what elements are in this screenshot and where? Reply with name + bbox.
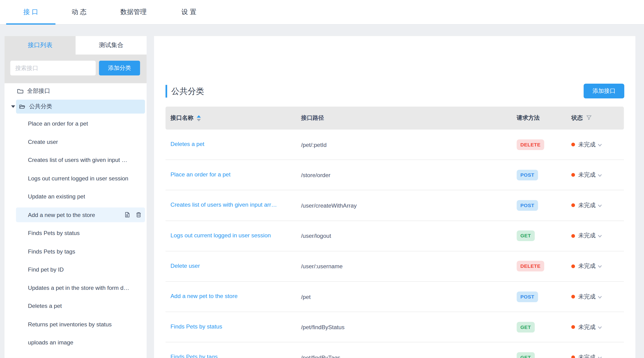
status-cell[interactable]: 未完成 [569, 263, 624, 270]
sidebar-item-label: Creates list of users with given input … [28, 157, 128, 163]
sidebar-item[interactable]: Finds Pets by tags [4, 242, 147, 260]
status-label: 未完成 [578, 202, 596, 209]
status-cell[interactable]: 未完成 [569, 232, 624, 240]
status-cell[interactable]: 未完成 [569, 171, 624, 179]
status-label: 未完成 [578, 293, 596, 300]
sidebar-item[interactable]: Deletes a pet [4, 297, 147, 315]
folder-open-icon [19, 103, 26, 110]
api-path: /pet [301, 293, 511, 300]
status-dot-icon [571, 204, 575, 207]
sort-desc-icon [197, 119, 201, 121]
table-row: Deletes a pet/pet/:petIdDELETE未完成 [166, 130, 624, 160]
api-name-link[interactable]: Add a new pet to the store [170, 293, 238, 299]
api-name-link[interactable]: Deletes a pet [170, 141, 204, 147]
sidebar-item[interactable]: Returns pet inventories by status [4, 315, 147, 333]
status-label: 未完成 [578, 323, 596, 331]
status-dot-icon [571, 325, 575, 329]
chevron-down-icon [598, 324, 602, 330]
chevron-down-icon [598, 263, 602, 269]
sidebar-item[interactable]: Creates list of users with given input … [4, 151, 147, 169]
api-name-link[interactable]: Delete user [170, 262, 200, 269]
add-category-button[interactable]: 添加分类 [99, 61, 140, 75]
api-path: /user/logout [301, 233, 511, 239]
app-root: 接 口动 态数据管理设 置 接口列表 测试集合 添加分类 全部接口 [0, 0, 644, 358]
table-body: Deletes a pet/pet/:petIdDELETE未完成Place a… [166, 130, 624, 358]
document-icon[interactable] [124, 211, 130, 218]
method-badge: DELETE [517, 139, 544, 150]
chevron-down-icon [598, 354, 602, 358]
sidebar-header: 接口列表 测试集合 添加分类 [4, 36, 147, 83]
method-badge: GET [517, 230, 535, 241]
status-cell[interactable]: 未完成 [569, 323, 624, 331]
tree-items: Place an order for a petCreate userCreat… [4, 114, 147, 352]
status-dot-icon [571, 356, 575, 358]
tab-interface-list[interactable]: 接口列表 [4, 36, 76, 55]
status-cell[interactable]: 未完成 [569, 141, 624, 148]
caret-down-icon[interactable] [11, 105, 15, 108]
sidebar-item[interactable]: uploads an image [4, 333, 147, 352]
sidebar-item[interactable]: Place an order for a pet [4, 114, 147, 133]
chevron-down-icon [598, 141, 602, 148]
sidebar-item[interactable]: Finds Pets by status [4, 224, 147, 242]
api-name-link[interactable]: Finds Pets by status [170, 323, 222, 330]
table-row: Place an order for a pet/store/orderPOST… [166, 160, 624, 190]
method-badge: POST [517, 170, 538, 180]
api-path: /pet/findByTags [301, 354, 511, 358]
status-dot-icon [571, 143, 575, 147]
column-header-name: 接口名称 [170, 114, 194, 122]
sidebar-item[interactable]: Logs out current logged in user session [4, 169, 147, 187]
api-path: /pet/:petId [301, 141, 511, 148]
sidebar-item-label: Finds Pets by tags [28, 248, 75, 254]
sidebar-item-label: Add a new pet to the store [28, 211, 95, 218]
page-title-wrap: 公共分类 [166, 84, 204, 98]
sidebar-item[interactable]: Find pet by ID [4, 260, 147, 279]
table-row: Logs out current logged in user session/… [166, 221, 624, 251]
status-cell[interactable]: 未完成 [569, 293, 624, 300]
tree-root-label: 全部接口 [27, 87, 50, 95]
sidebar-item-label: Update an existing pet [28, 193, 85, 200]
active-tab-underline [6, 23, 56, 24]
sidebar-item[interactable]: Add a new pet to the store [4, 206, 147, 224]
sidebar-item[interactable]: Update an existing pet [4, 187, 147, 206]
top-nav: 接 口动 态数据管理设 置 [0, 0, 644, 25]
sidebar-item[interactable]: Updates a pet in the store with form d… [4, 279, 147, 297]
sidebar-item-label: Place an order for a pet [28, 120, 88, 127]
nav-tab-3[interactable]: 设 置 [164, 0, 214, 24]
tab-test-collection[interactable]: 测试集合 [76, 36, 147, 55]
item-action-icons [124, 211, 142, 218]
tree-category-public[interactable]: 公共分类 [4, 99, 147, 115]
add-interface-button[interactable]: 添加接口 [584, 84, 624, 98]
sidebar-item-label: Finds Pets by status [28, 230, 80, 236]
sidebar-tree: 全部接口 公共分类 Place an order for a petCreate… [4, 83, 147, 358]
api-name-link[interactable]: Place an order for a pet [170, 171, 230, 178]
sidebar-search-row: 添加分类 [10, 61, 141, 75]
column-header-path: 接口路径 [301, 114, 511, 122]
sort-icon[interactable] [197, 115, 201, 121]
api-name-link[interactable]: Logs out current logged in user session [170, 232, 271, 238]
status-dot-icon [571, 264, 575, 268]
nav-tab-1[interactable]: 动 态 [56, 0, 102, 24]
sidebar-item-label: Updates a pet in the store with form d… [28, 284, 129, 291]
column-header-method: 请求方法 [510, 114, 569, 122]
api-name-link[interactable]: Finds Pets by tags [170, 354, 218, 358]
nav-tab-2[interactable]: 数据管理 [103, 0, 164, 24]
table-row: Creates list of users with given input a… [166, 190, 624, 221]
main-panel: 公共分类 添加接口 接口名称 接口路径 请求方法 状态 [154, 36, 635, 358]
filter-icon[interactable] [586, 115, 592, 122]
status-label: 未完成 [578, 232, 596, 240]
folder-icon [17, 88, 24, 94]
api-name-link[interactable]: Creates list of users with given input a… [170, 201, 277, 208]
tree-category-label: 公共分类 [29, 103, 52, 110]
status-cell[interactable]: 未完成 [569, 354, 624, 358]
status-dot-icon [571, 234, 575, 238]
sidebar-item[interactable]: Create user [4, 133, 147, 151]
status-cell[interactable]: 未完成 [569, 202, 624, 209]
trash-icon[interactable] [136, 211, 142, 218]
search-input[interactable] [10, 61, 96, 75]
sidebar-item-label: Deletes a pet [28, 303, 62, 309]
tree-root-all-interfaces[interactable]: 全部接口 [4, 83, 147, 99]
sidebar-item-label: Returns pet inventories by status [28, 321, 112, 328]
column-header-status: 状态 [571, 114, 583, 122]
nav-tab-0[interactable]: 接 口 [6, 0, 56, 24]
title-accent-bar [166, 85, 167, 97]
